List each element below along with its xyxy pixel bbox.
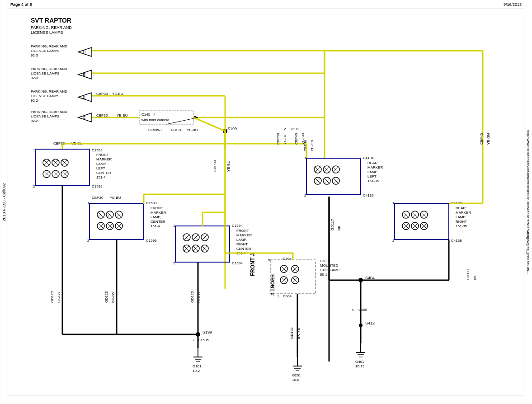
svg-rect-200	[270, 260, 315, 294]
date-label: 9/16/2013	[504, 2, 522, 7]
svg-text:10-2: 10-2	[193, 369, 200, 373]
diagram-title: SVT RAPTOR	[31, 17, 71, 24]
svg-rect-53	[35, 149, 89, 185]
svg-text:YE-BU: YE-BU	[110, 196, 121, 200]
svg-text:1: 1	[87, 201, 89, 205]
svg-text:YE-GN: YE-GN	[301, 133, 305, 145]
svg-text:FRONT: FRONT	[96, 153, 109, 157]
svg-text:G101: G101	[193, 364, 202, 368]
svg-text:C1594: C1594	[232, 224, 243, 228]
svg-text:10-9: 10-9	[292, 378, 300, 382]
svg-text:with front camera: with front camera	[141, 118, 169, 122]
svg-text:GD123: GD123	[50, 291, 54, 303]
svg-text:C4136: C4136	[363, 193, 374, 197]
svg-rect-85	[89, 203, 144, 240]
svg-text:MARKER: MARKER	[96, 157, 112, 161]
svg-text:2: 2	[87, 239, 89, 243]
svg-text:D: D	[83, 50, 86, 54]
svg-text:REAR: REAR	[456, 206, 466, 210]
svg-text:BK: BK	[473, 275, 477, 280]
svg-text:G401: G401	[355, 360, 364, 364]
svg-text:FRONT: FRONT	[236, 229, 249, 233]
page-label: Page 4 of 5	[10, 2, 32, 7]
page-container: 2013 F-150 - Cell092 http://www.fordtech…	[0, 0, 532, 404]
svg-text:5: 5	[268, 258, 270, 262]
svg-text:CENTER: CENTER	[236, 247, 251, 251]
svg-text:GD139: GD139	[290, 327, 294, 339]
svg-text:151-4: 151-4	[151, 224, 160, 228]
svg-text:C1592: C1592	[92, 184, 103, 188]
svg-text:YE-BU: YE-BU	[226, 160, 231, 172]
svg-text:80-1: 80-1	[320, 272, 328, 277]
svg-text:S412: S412	[365, 321, 375, 325]
svg-text:2: 2	[173, 261, 175, 265]
svg-rect-115	[175, 226, 230, 262]
svg-text:92-3: 92-3	[31, 76, 38, 80]
svg-text:BK-GY: BK-GY	[57, 291, 61, 303]
svg-text:4: 4	[352, 308, 354, 312]
svg-text:LEFT: LEFT	[96, 166, 105, 170]
svg-text:LICENSE LAMPS: LICENSE LAMPS	[31, 30, 63, 35]
svg-text:CBP40: CBP40	[480, 133, 484, 145]
svg-text:C145 - 4: C145 - 4	[141, 113, 155, 117]
svg-text:PARKING, REAR AND: PARKING, REAR AND	[31, 110, 67, 114]
svg-text:CBP30: CBP30	[276, 133, 280, 145]
svg-text:151-4: 151-4	[96, 175, 106, 179]
svg-text:LICENSE LAMPS: LICENSE LAMPS	[31, 94, 60, 98]
svg-text:CENTER: CENTER	[151, 220, 165, 224]
diagram-area: SVT RAPTOR PARKING, REAR AND LICENSE LAM…	[8, 9, 524, 395]
svg-text:B: B	[83, 95, 85, 99]
svg-text:2: 2	[284, 127, 286, 131]
svg-text:YE-BU: YE-BU	[187, 128, 198, 132]
svg-text:151-35: 151-35	[367, 179, 379, 183]
svg-text:FRONT: FRONT	[151, 206, 163, 210]
svg-text:YE-BU: YE-BU	[283, 133, 287, 145]
top-header: Page 4 of 5 9/16/2013	[8, 0, 524, 9]
url-label: http://www.fordtechservice.dealerconnect…	[526, 130, 530, 274]
svg-text:HIGH: HIGH	[320, 259, 329, 263]
svg-text:MARKER: MARKER	[236, 233, 252, 237]
bottom-footer	[8, 395, 524, 404]
svg-text:C904: C904	[283, 294, 292, 298]
svg-text:92-3: 92-3	[31, 53, 38, 57]
svg-text:LAMP: LAMP	[367, 170, 377, 174]
svg-text:GD123: GD123	[104, 291, 108, 303]
svg-text:PARKING, REAR AND: PARKING, REAR AND	[31, 89, 67, 94]
svg-text:LEFT: LEFT	[367, 174, 377, 179]
svg-text:G201: G201	[292, 373, 301, 377]
svg-text:151-35: 151-35	[456, 224, 467, 228]
svg-text:C1592: C1592	[92, 148, 103, 152]
svg-text:C4136: C4136	[363, 156, 374, 160]
svg-text:PARKING, REAR AND: PARKING, REAR AND	[31, 44, 67, 48]
svg-text:1: 1	[392, 201, 395, 205]
cell-id-label: 2013 F-150 - Cell092	[2, 183, 6, 221]
svg-line-43	[193, 117, 225, 131]
svg-text:C: C	[83, 115, 86, 120]
svg-text:GD117: GD117	[330, 219, 334, 230]
svg-text:REAR: REAR	[367, 161, 377, 165]
svg-text:1: 1	[277, 294, 279, 298]
svg-text:MARKER: MARKER	[456, 211, 471, 215]
svg-text:GD117: GD117	[466, 268, 470, 280]
svg-text:LICENSE LAMPS: LICENSE LAMPS	[31, 71, 60, 75]
svg-text:GD123: GD123	[190, 291, 194, 303]
svg-text:BK: BK	[337, 225, 341, 230]
svg-text:RIGHT: RIGHT	[236, 242, 248, 246]
svg-text:LAMP,: LAMP,	[151, 215, 161, 219]
svg-text:S199: S199	[202, 330, 212, 334]
svg-text:LAMP: LAMP	[456, 215, 466, 219]
svg-text:RIGHT: RIGHT	[456, 220, 467, 224]
svg-rect-144	[306, 158, 361, 194]
svg-text:BK-GY: BK-GY	[111, 291, 115, 303]
svg-text:2: 2	[304, 193, 306, 197]
svg-text:FRONT #: FRONT #	[250, 253, 256, 276]
svg-text:92-2: 92-2	[31, 119, 38, 123]
svg-rect-172	[395, 203, 449, 240]
svg-text:1: 1	[33, 148, 35, 152]
svg-text:YE-GN: YE-GN	[486, 133, 490, 145]
svg-text:2: 2	[193, 338, 195, 342]
svg-text:C212: C212	[291, 127, 300, 131]
svg-text:C4138: C4138	[451, 239, 462, 243]
svg-text:C1594: C1594	[232, 261, 243, 265]
svg-text:CBP30: CBP30	[92, 196, 104, 200]
